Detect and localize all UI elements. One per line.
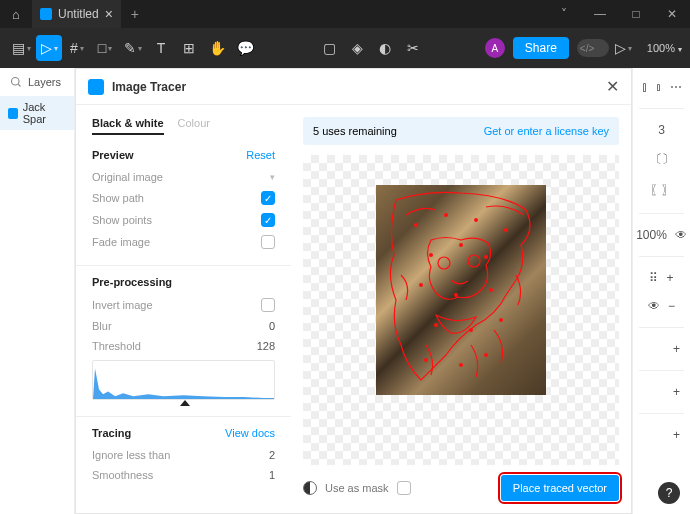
align-v-icon[interactable]: ⫾: [656, 80, 662, 94]
dialog-title: Image Tracer: [112, 80, 186, 94]
minus-icon[interactable]: −: [668, 299, 675, 313]
ignore-value[interactable]: 2: [269, 449, 275, 461]
threshold-histogram[interactable]: [92, 360, 275, 400]
show-points-label: Show points: [92, 214, 152, 226]
avatar[interactable]: A: [485, 38, 505, 58]
svg-point-9: [429, 253, 433, 257]
play-icon[interactable]: ▷▾: [611, 35, 637, 61]
search-icon: [10, 76, 22, 88]
svg-point-12: [419, 283, 423, 287]
preview-panel: 5 uses remaining Get or enter a license …: [291, 105, 631, 513]
tracer-plugin-icon: [88, 79, 104, 95]
svg-point-16: [469, 328, 473, 332]
svg-marker-2: [93, 369, 274, 399]
show-path-checkbox[interactable]: ✓: [261, 191, 275, 205]
view-docs-link[interactable]: View docs: [225, 427, 275, 439]
doc-title: Untitled: [58, 7, 99, 21]
shape-tool-icon[interactable]: □▾: [92, 35, 118, 61]
layers-panel: Layers Jack Spar: [0, 68, 75, 514]
uses-remaining: 5 uses remaining: [313, 125, 397, 137]
home-icon[interactable]: ⌂: [0, 7, 32, 22]
svg-point-5: [414, 223, 418, 227]
close-window-icon[interactable]: ✕: [654, 7, 690, 21]
plus4-icon[interactable]: +: [673, 428, 680, 442]
layer-row[interactable]: Jack Spar: [0, 96, 74, 130]
svg-point-0: [12, 78, 20, 86]
contrast-icon[interactable]: ◐: [372, 35, 398, 61]
blur-value[interactable]: 0: [269, 320, 275, 332]
chevron-down-icon[interactable]: ˅: [546, 7, 582, 21]
mask-mode-icon: [303, 481, 317, 495]
blur-label: Blur: [92, 320, 112, 332]
license-link[interactable]: Get or enter a license key: [484, 125, 609, 137]
maximize-icon[interactable]: □: [618, 7, 654, 21]
svg-point-13: [454, 293, 458, 297]
resources-icon[interactable]: ⊞: [176, 35, 202, 61]
window-titlebar: ⌂ Untitled × + ˅ — □ ✕: [0, 0, 690, 28]
svg-point-3: [438, 257, 450, 269]
brackets2-icon[interactable]: 〖〗: [650, 182, 674, 199]
text-tool-icon[interactable]: T: [148, 35, 174, 61]
plus-icon[interactable]: +: [666, 271, 673, 285]
svg-point-18: [424, 358, 428, 362]
invert-checkbox[interactable]: [261, 298, 275, 312]
move-tool-icon[interactable]: ▷▾: [36, 35, 62, 61]
show-points-checkbox[interactable]: ✓: [261, 213, 275, 227]
svg-point-19: [459, 363, 463, 367]
threshold-marker-icon[interactable]: [180, 400, 190, 406]
ignore-label: Ignore less than: [92, 449, 170, 461]
close-tab-icon[interactable]: ×: [105, 6, 113, 22]
frame-tool-icon[interactable]: #▾: [64, 35, 90, 61]
tab-colour[interactable]: Colour: [178, 117, 210, 135]
smooth-value[interactable]: 1: [269, 469, 275, 481]
menu-icon[interactable]: ▤▾: [8, 35, 34, 61]
bounds-icon[interactable]: ▢: [316, 35, 342, 61]
fade-checkbox[interactable]: [261, 235, 275, 249]
help-button[interactable]: ?: [658, 482, 680, 504]
minimize-icon[interactable]: —: [582, 7, 618, 21]
show-path-label: Show path: [92, 192, 144, 204]
preview-heading: Preview: [92, 149, 134, 161]
svg-point-4: [468, 255, 480, 267]
share-button[interactable]: Share: [513, 37, 569, 59]
svg-point-8: [504, 228, 508, 232]
align-h-icon[interactable]: ⫿: [642, 80, 648, 94]
brackets1-icon[interactable]: 〔〕: [650, 151, 674, 168]
plus2-icon[interactable]: +: [673, 342, 680, 356]
image-tracer-dialog: Image Tracer ✕ Black & white Colour Prev…: [75, 68, 632, 514]
eye-icon[interactable]: 👁: [675, 228, 687, 242]
grid-icon[interactable]: ⠿: [649, 271, 658, 285]
close-dialog-icon[interactable]: ✕: [606, 77, 619, 96]
diamond-icon[interactable]: ◈: [344, 35, 370, 61]
original-image-select[interactable]: Original image▾: [92, 171, 275, 183]
svg-point-7: [474, 218, 478, 222]
svg-line-1: [18, 84, 20, 86]
document-tab[interactable]: Untitled ×: [32, 0, 121, 28]
comment-tool-icon[interactable]: 💬: [232, 35, 258, 61]
use-as-mask-checkbox[interactable]: [397, 481, 411, 495]
more-icon[interactable]: ⋯: [670, 80, 682, 94]
main-toolbar: ▤▾ ▷▾ #▾ □▾ ✎▾ T ⊞ ✋ 💬 ▢ ◈ ◐ ✂ A Share <…: [0, 28, 690, 68]
smooth-label: Smoothness: [92, 469, 153, 481]
preview-canvas: [303, 155, 619, 465]
threshold-value[interactable]: 128: [257, 340, 275, 352]
place-traced-vector-button[interactable]: Place traced vector: [501, 475, 619, 501]
svg-point-14: [489, 288, 493, 292]
pen-tool-icon[interactable]: ✎▾: [120, 35, 146, 61]
layers-header[interactable]: Layers: [0, 68, 74, 96]
svg-point-20: [484, 353, 488, 357]
eye2-icon[interactable]: 👁: [648, 299, 660, 313]
reset-link[interactable]: Reset: [246, 149, 275, 161]
svg-point-6: [444, 213, 448, 217]
zoom-level[interactable]: 100% ▾: [647, 42, 682, 54]
svg-point-10: [459, 243, 463, 247]
crop-icon[interactable]: ✂: [400, 35, 426, 61]
tab-bw[interactable]: Black & white: [92, 117, 164, 135]
use-as-mask-label: Use as mask: [325, 482, 389, 494]
add-tab-icon[interactable]: +: [121, 6, 149, 22]
dev-mode-toggle[interactable]: </>: [577, 39, 609, 57]
plus3-icon[interactable]: +: [673, 385, 680, 399]
opacity-value[interactable]: 100%: [636, 228, 667, 242]
options-panel: Black & white Colour Preview Reset Origi…: [76, 105, 291, 513]
hand-tool-icon[interactable]: ✋: [204, 35, 230, 61]
